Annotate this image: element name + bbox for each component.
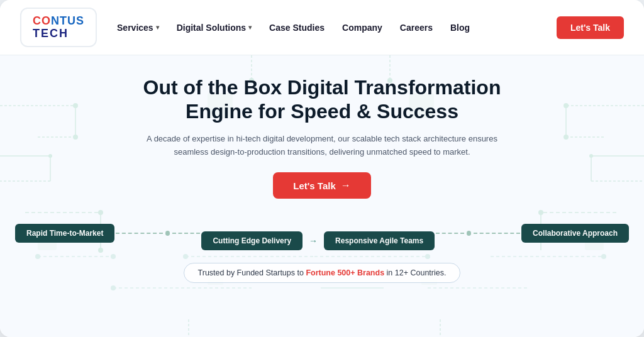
svg-point-47	[111, 285, 116, 290]
svg-point-6	[48, 154, 52, 158]
svg-point-45	[601, 254, 606, 259]
nav-blog[interactable]: Blog	[450, 23, 470, 33]
svg-point-39	[111, 254, 116, 259]
connector-dot	[467, 231, 471, 236]
nav-careers[interactable]: Careers	[400, 23, 433, 33]
header: CONTUS TECH Services ▾ Digital Solutions…	[0, 0, 644, 55]
pill-rapid: Rapid Time-to-Market	[15, 224, 114, 243]
chevron-down-icon: ▾	[248, 24, 252, 31]
svg-point-23	[538, 210, 543, 215]
logo[interactable]: CONTUS TECH	[20, 8, 97, 48]
main-nav: Services ▾ Digital Solutions ▾ Case Stud…	[117, 23, 557, 33]
trust-highlight: Fortune 500+ Brands	[306, 268, 384, 277]
pill-cutting-edge: Cutting Edge Delivery	[201, 231, 303, 250]
svg-point-38	[35, 254, 40, 259]
pills-row: Rapid Time-to-Market Cutting Edge Delive…	[0, 216, 644, 250]
svg-point-19	[589, 154, 593, 158]
lets-talk-header-button[interactable]: Let's Talk	[557, 16, 624, 39]
hero-title: Out of the Box Digital Transformation En…	[143, 75, 501, 124]
pill-collaborative: Collaborative Approach	[521, 224, 629, 243]
arrow-right-icon: →	[341, 180, 351, 191]
svg-point-43	[425, 254, 430, 259]
chevron-down-icon: ▾	[156, 24, 159, 31]
arrow-right-icon: →	[309, 236, 318, 246]
svg-point-1	[73, 103, 78, 108]
svg-point-3	[73, 135, 78, 140]
connector-line	[116, 233, 162, 234]
hero-subtitle: A decade of expertise in hi-tech digital…	[146, 133, 498, 159]
connector-line	[172, 233, 200, 234]
connector-line	[436, 233, 464, 234]
nav-case-studies[interactable]: Case Studies	[269, 23, 325, 33]
svg-point-10	[98, 210, 103, 215]
trust-badge: Trusted by Funded Startups to Fortune 50…	[184, 263, 461, 283]
hero-cta-button[interactable]: Let's Talk →	[273, 172, 370, 199]
connector-dot	[165, 231, 170, 236]
pill-responsive: Responsive Agile Teams	[324, 231, 435, 250]
svg-point-14	[564, 103, 569, 108]
connector-line	[474, 233, 520, 234]
svg-point-41	[183, 254, 188, 259]
nav-company[interactable]: Company	[342, 23, 382, 33]
logo-tech: TECH	[33, 28, 84, 40]
browser-frame: CONTUS TECH Services ▾ Digital Solutions…	[0, 0, 644, 337]
nav-digital-solutions[interactable]: Digital Solutions ▾	[177, 23, 252, 33]
hero-section: Out of the Box Digital Transformation En…	[0, 55, 644, 337]
nav-services[interactable]: Services ▾	[117, 23, 159, 33]
svg-point-16	[564, 135, 569, 140]
